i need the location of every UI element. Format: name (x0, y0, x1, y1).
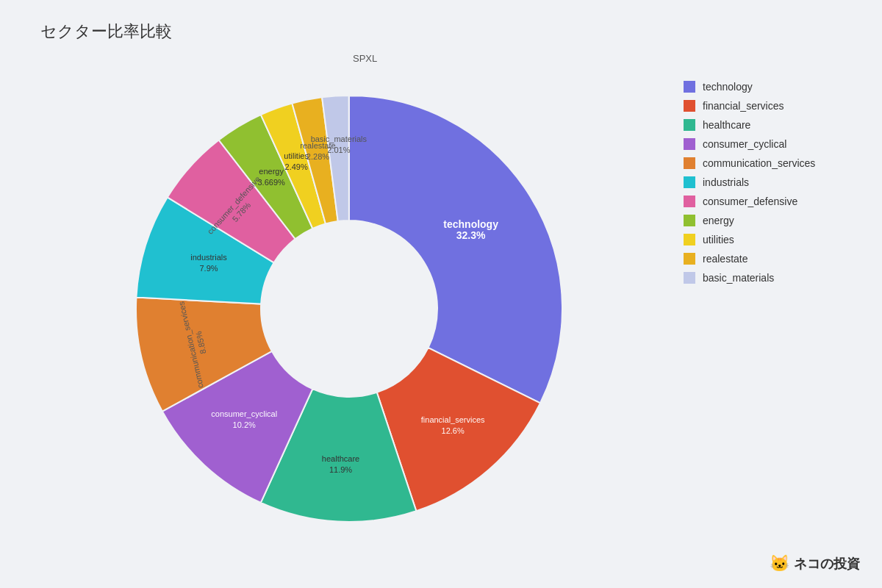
label-text: 11.9% (329, 465, 352, 474)
label-text: technology (443, 218, 498, 230)
label-text: 10.2% (233, 420, 256, 429)
legend-item-label: industrials (703, 176, 749, 188)
label-text: 2.49% (285, 162, 308, 171)
label-text: 3.669% (258, 178, 286, 187)
label-text: 7.9% (199, 264, 218, 273)
legend-item: financial_services (684, 100, 860, 112)
legend-item-label: energy (703, 215, 734, 226)
label-text: 32.3% (456, 229, 486, 241)
page-title: セクター比率比較 (40, 21, 172, 43)
donut-chart-area: technology32.3%financial_services12.6%he… (29, 44, 669, 559)
legend-color-box (684, 81, 695, 93)
brand-icon: 🐱 (770, 554, 789, 573)
legend-item-label: consumer_defensive (703, 196, 797, 207)
legend-item: consumer_cyclical (684, 138, 860, 150)
label-text: utilities (284, 151, 309, 160)
donut-chart-svg: technology32.3%financial_services12.6%he… (29, 51, 669, 551)
legend-item-label: healthcare (703, 119, 750, 131)
legend-color-box (684, 253, 695, 265)
legend-item-label: realestate (703, 253, 747, 265)
legend-item: communication_services (684, 157, 860, 169)
legend-color-box (684, 100, 695, 112)
legend-item: consumer_defensive (684, 196, 860, 207)
donut-hole (261, 220, 437, 397)
label-text: 12.6% (442, 426, 465, 435)
legend-color-box (684, 119, 695, 131)
label-text: energy (259, 167, 284, 176)
legend-color-box (684, 196, 695, 207)
label-text: healthcare (322, 454, 359, 463)
legend: technology financial_services healthcare… (684, 81, 860, 291)
page: セクター比率比較 SPXL technology32.3%financial_s… (0, 0, 882, 588)
brand-label: ネコの投資 (794, 555, 860, 573)
legend-item-label: utilities (703, 234, 734, 245)
legend-item: basic_materials (684, 272, 860, 284)
brand: 🐱 ネコの投資 (770, 554, 860, 573)
legend-item-label: financial_services (703, 100, 784, 112)
legend-color-box (684, 138, 695, 150)
legend-item-label: consumer_cyclical (703, 138, 786, 150)
legend-color-box (684, 157, 695, 169)
legend-item: utilities (684, 234, 860, 245)
label-text: consumer_cyclical (211, 409, 277, 418)
legend-item: realestate (684, 253, 860, 265)
legend-item-label: technology (703, 81, 753, 93)
legend-color-box (684, 176, 695, 188)
legend-color-box (684, 272, 695, 284)
legend-item: energy (684, 215, 860, 226)
label-text: industrials (190, 253, 227, 262)
label-text: 2.28% (306, 152, 329, 161)
legend-item: industrials (684, 176, 860, 188)
legend-color-box (684, 215, 695, 226)
legend-item-label: communication_services (703, 157, 815, 169)
legend-item-label: basic_materials (703, 272, 774, 284)
label-text: 2.01% (327, 146, 350, 154)
legend-color-box (684, 234, 695, 245)
label-text: financial_services (421, 415, 485, 424)
legend-item: healthcare (684, 119, 860, 131)
label-text: basic_materials (311, 135, 368, 143)
legend-item: technology (684, 81, 860, 93)
